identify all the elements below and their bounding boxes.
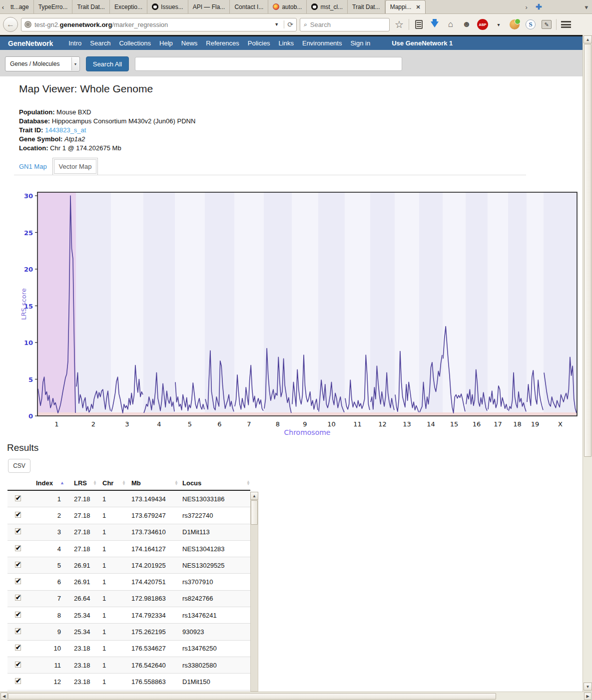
navbar-item-news[interactable]: News [181,39,198,47]
page-vertical-scrollbar[interactable]: ▲ ▼ [583,35,592,692]
sort-icon[interactable]: ▲▼ [246,480,250,485]
scroll-down-icon[interactable]: ▼ [584,683,592,691]
browser-search-input[interactable]: ⌕ Search [300,18,390,31]
navbar-item-search[interactable]: Search [90,39,110,47]
table-scroll-up-icon[interactable]: ▲ [250,492,258,500]
genenetwork-brand[interactable]: GeneNetwork [8,39,53,47]
svg-text:8: 8 [276,420,280,428]
navbar-item-policies[interactable]: Policies [248,39,270,47]
table-row: 427.181174.164127NES13041283 [7,541,250,557]
browser-tab[interactable]: Mappi...✕ [385,0,426,13]
column-header-chr[interactable]: Chr▲▼ [101,479,130,487]
use-genenetwork1-link[interactable]: Use GeneNetwork 1 [392,39,453,47]
scroll-right-icon[interactable]: ▶ [584,693,592,700]
browser-tab[interactable]: autob... [268,0,307,13]
browser-tab[interactable]: Trait Dat... [348,0,385,13]
sort-icon[interactable]: ▲▼ [122,480,126,485]
table-scrollbar-thumb[interactable] [251,500,258,525]
select-caret-icon[interactable]: ▼ [71,57,79,70]
site-search-input[interactable] [135,57,402,71]
navbar-item-environments[interactable]: Environments [302,39,342,47]
adblock-caret-icon[interactable]: ▾ [492,18,505,31]
tab-vector-map[interactable]: Vector Map [52,158,98,175]
cookie-addon-icon[interactable] [508,18,521,31]
browser-tab[interactable]: API — Fla... [188,0,230,13]
browser-tab[interactable]: Exceptio... [110,0,147,13]
tab-list-caret-icon[interactable]: ▾ [581,0,592,13]
tab-label: API — Fla... [193,3,225,10]
row-checkbox[interactable] [15,578,21,584]
page-horizontal-scrollbar[interactable]: ◀ ▶ [0,692,592,700]
tab-gn1-map[interactable]: GN1 Map [19,163,47,170]
navbar-item-help[interactable]: Help [159,39,173,47]
back-button[interactable]: ← [3,17,18,32]
navbar-item-sign-in[interactable]: Sign in [350,39,370,47]
url-text: test-gn2.genenetwork.org/marker_regressi… [34,21,269,28]
screenshot-addon-icon[interactable]: ✎ [540,18,553,31]
results-heading: Results [7,442,38,453]
browser-tab[interactable]: TypeErro... [34,0,73,13]
browser-tab[interactable]: mst_cl... [307,0,348,13]
cell-locus: rs13476250 [182,645,250,652]
navbar-item-collections[interactable]: Collections [119,39,151,47]
url-bar[interactable]: test-gn2.genenetwork.org/marker_regressi… [21,18,297,31]
tab-close-icon[interactable]: ✕ [416,4,420,10]
sort-icon[interactable]: ▲▼ [93,480,97,485]
row-checkbox[interactable] [15,495,21,501]
horizontal-scrollbar-thumb[interactable] [8,693,496,700]
site-identity-icon[interactable] [24,21,31,28]
browser-tab[interactable]: Trait Dat... [72,0,110,13]
adblock-icon[interactable]: ABP [476,18,489,31]
row-checkbox[interactable] [15,545,21,551]
table-scrollbar[interactable]: ▲ [250,492,258,692]
row-checkbox[interactable] [15,612,21,618]
row-checkbox[interactable] [15,678,21,684]
bookmark-star-icon[interactable]: ☆ [393,18,406,31]
row-checkbox-cell [7,528,35,536]
navbar-item-links[interactable]: Links [279,39,294,47]
chat-icon[interactable]: ☻ [460,18,473,31]
row-checkbox[interactable] [15,628,21,634]
row-checkbox[interactable] [15,662,21,668]
column-header-lrs[interactable]: LRS▲▼ [70,479,101,487]
downloads-icon[interactable] [428,18,441,31]
bookmarks-menu-icon[interactable] [412,18,425,31]
sort-icon[interactable]: ▲▼ [174,480,178,485]
vertical-scrollbar-thumb[interactable] [584,44,592,457]
tab-scroll-left-icon[interactable]: ‹ [0,0,6,13]
row-checkbox[interactable] [15,512,21,518]
new-tab-button[interactable]: ✚ [532,0,546,13]
svg-text:6: 6 [217,420,221,428]
url-dropdown-icon[interactable]: ▼ [272,22,281,27]
github-favicon-icon [311,3,318,10]
column-header-locus[interactable]: Locus▲▼ [182,479,250,487]
column-header-mb[interactable]: Mb▲▼ [130,479,182,487]
navbar-item-references[interactable]: References [206,39,239,47]
sort-ascending-icon[interactable]: ▲ [60,480,64,485]
home-icon[interactable]: ⌂ [444,18,457,31]
row-checkbox[interactable] [15,562,21,568]
search-category-select[interactable]: Genes / Molecules ▼ [5,56,80,71]
row-checkbox[interactable] [15,528,21,534]
row-checkbox[interactable] [15,595,21,601]
browser-tab[interactable]: tt...age [6,0,34,13]
scroll-up-icon[interactable]: ▲ [584,35,592,43]
svg-text:14: 14 [427,420,435,428]
scroll-left-icon[interactable]: ◀ [0,693,7,700]
trait-id-link[interactable]: 1443823_s_at [45,126,86,134]
browser-tab[interactable]: Contact I... [230,0,268,13]
tab-scroll-right-icon[interactable]: › [522,0,532,13]
navbar-item-intro[interactable]: Intro [68,39,81,47]
reload-icon[interactable]: ⟳ [284,20,293,28]
csv-export-button[interactable]: CSV [8,459,30,473]
cell-chr: 1 [101,678,130,686]
browser-tab[interactable]: Issues... [147,0,188,13]
tab-label: Contact I... [234,3,263,10]
menu-icon[interactable] [560,18,573,31]
search-all-button[interactable]: Search All [86,56,129,71]
row-checkbox-cell [7,612,35,619]
column-header-index[interactable]: Index▲ [35,479,70,487]
skype-addon-icon[interactable]: S [524,18,537,31]
row-checkbox[interactable] [15,645,21,651]
cell-lrs: 27.18 [70,545,101,553]
